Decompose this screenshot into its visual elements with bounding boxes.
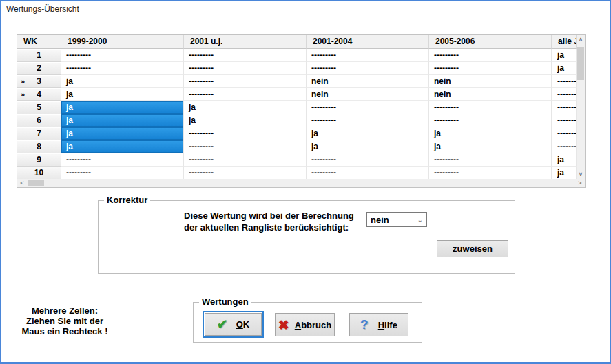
table-cell[interactable]: --------- bbox=[307, 167, 429, 180]
abbruch-button-label: Abbruch bbox=[295, 320, 331, 330]
row-marker-icon: » bbox=[21, 75, 25, 87]
horizontal-scrollbar[interactable]: < > bbox=[17, 179, 585, 187]
table-cell[interactable]: ja bbox=[184, 101, 307, 114]
check-icon: ✔ bbox=[217, 317, 228, 332]
table-cell[interactable]: nein bbox=[307, 88, 429, 101]
korrektur-description-line2: der aktuellen Rangliste berücksichtigt: bbox=[184, 222, 354, 233]
korrektur-description: Diese Wertung wird bei der Berechnung de… bbox=[184, 210, 354, 233]
table-cell[interactable]: ja bbox=[307, 127, 429, 140]
scroll-right-icon[interactable]: > bbox=[575, 179, 585, 187]
scroll-down-icon[interactable]: ∨ bbox=[577, 170, 585, 180]
row-number: 4 bbox=[37, 89, 41, 99]
wertungen-table-grid: WK1999-20002001 u.j.2001-20042005-2006al… bbox=[17, 35, 577, 180]
table-cell[interactable]: --------- bbox=[184, 88, 307, 101]
table-cell[interactable]: ja bbox=[552, 167, 577, 180]
row-number: 9 bbox=[37, 155, 41, 164]
ok-button[interactable]: ✔ OK bbox=[205, 313, 262, 336]
row-header[interactable]: 6 bbox=[17, 114, 61, 127]
korrektur-legend: Korrektur bbox=[104, 195, 150, 205]
row-number: 2 bbox=[37, 63, 41, 73]
row-header[interactable]: 5 bbox=[17, 101, 61, 114]
table-cell[interactable]: ja bbox=[307, 140, 429, 153]
table-cell[interactable]: --------- bbox=[61, 167, 184, 180]
table-cell[interactable]: ja bbox=[61, 101, 184, 114]
wertung-dropdown[interactable]: nein ⌄ bbox=[366, 212, 427, 227]
table-cell[interactable]: --------- bbox=[184, 140, 307, 153]
table-cell[interactable]: --------- bbox=[429, 153, 552, 167]
row-header[interactable]: 1 bbox=[17, 49, 61, 62]
vertical-scrollbar-thumb[interactable] bbox=[577, 47, 584, 80]
table-cell[interactable]: --------- bbox=[429, 167, 552, 180]
wertungs-uebersicht-dialog: Wertungs-Übersicht WK1999-20002001 u.j.2… bbox=[0, 0, 611, 364]
vertical-scrollbar[interactable]: ∧ ∨ bbox=[577, 35, 585, 180]
table-cell[interactable]: ja bbox=[61, 88, 184, 101]
column-header[interactable]: 2001-2004 bbox=[307, 35, 429, 49]
chevron-down-icon: ⌄ bbox=[417, 216, 426, 224]
table-cell[interactable]: --------- bbox=[552, 101, 577, 114]
abbruch-button[interactable]: ✖ Abbruch bbox=[275, 313, 335, 336]
table-cell[interactable]: ja bbox=[552, 49, 577, 62]
table-cell[interactable]: ja bbox=[429, 127, 552, 140]
table-cell[interactable]: ja bbox=[61, 75, 184, 88]
table-cell[interactable]: --------- bbox=[184, 127, 307, 140]
row-header[interactable]: 9 bbox=[17, 153, 61, 167]
row-header[interactable]: 8 bbox=[17, 140, 61, 153]
table-cell[interactable]: nein bbox=[307, 75, 429, 88]
table-cell[interactable]: --------- bbox=[184, 75, 307, 88]
row-number: 6 bbox=[37, 116, 41, 125]
table-cell[interactable]: --------- bbox=[307, 62, 429, 75]
table-cell[interactable]: --------- bbox=[184, 167, 307, 180]
table-cell[interactable]: --------- bbox=[429, 114, 552, 127]
table-cell[interactable]: --------- bbox=[429, 49, 552, 62]
table-cell[interactable]: ja bbox=[552, 62, 577, 75]
table-cell[interactable]: --------- bbox=[552, 127, 577, 140]
table-cell[interactable]: --------- bbox=[184, 49, 307, 62]
table-cell[interactable]: --------- bbox=[184, 62, 307, 75]
table-cell[interactable]: --------- bbox=[552, 140, 577, 153]
table-cell[interactable]: --------- bbox=[307, 49, 429, 62]
row-number: 10 bbox=[34, 168, 43, 178]
zuweisen-button[interactable]: zuweisen bbox=[437, 240, 508, 257]
column-header[interactable]: 2001 u.j. bbox=[184, 35, 307, 49]
table-cell[interactable]: ja bbox=[61, 114, 184, 127]
scroll-up-icon[interactable]: ∧ bbox=[577, 35, 585, 45]
column-header[interactable]: 1999-2000 bbox=[61, 35, 184, 49]
row-header[interactable]: »4 bbox=[17, 88, 61, 101]
table-cell[interactable]: --------- bbox=[61, 62, 184, 75]
row-header[interactable]: 10 bbox=[17, 167, 61, 180]
wertungen-table: WK1999-20002001 u.j.2001-20042005-2006al… bbox=[17, 34, 586, 188]
table-cell[interactable]: --------- bbox=[307, 101, 429, 114]
row-header[interactable]: 7 bbox=[17, 127, 61, 140]
table-cell[interactable]: --------- bbox=[552, 88, 577, 101]
row-header[interactable]: »3 bbox=[17, 75, 61, 88]
table-cell[interactable]: ja bbox=[184, 114, 307, 127]
ok-button-focus-ring: ✔ OK bbox=[203, 311, 264, 338]
table-cell[interactable]: --------- bbox=[429, 62, 552, 75]
table-cell[interactable]: --------- bbox=[184, 153, 307, 167]
column-header[interactable]: alle J bbox=[552, 35, 577, 49]
horizontal-scrollbar-thumb[interactable] bbox=[28, 180, 44, 186]
table-cell[interactable]: nein bbox=[429, 75, 552, 88]
table-cell[interactable]: ja bbox=[552, 153, 577, 167]
scroll-left-icon[interactable]: < bbox=[17, 179, 27, 187]
table-cell[interactable]: --------- bbox=[429, 101, 552, 114]
table-cell[interactable]: ja bbox=[61, 127, 184, 140]
table-cell[interactable]: --------- bbox=[307, 153, 429, 167]
table-cell[interactable]: nein bbox=[429, 88, 552, 101]
table-cell[interactable]: ja bbox=[61, 140, 184, 153]
table-cell[interactable]: --------- bbox=[552, 114, 577, 127]
korrektur-description-line1: Diese Wertung wird bei der Berechnung bbox=[184, 210, 354, 222]
row-marker-icon: » bbox=[21, 88, 25, 100]
table-cell[interactable]: --------- bbox=[61, 153, 184, 167]
column-header[interactable]: 2005-2006 bbox=[429, 35, 552, 49]
table-cell[interactable]: --------- bbox=[307, 114, 429, 127]
column-header[interactable]: WK bbox=[17, 35, 61, 49]
table-cell[interactable]: --------- bbox=[61, 49, 184, 62]
row-header[interactable]: 2 bbox=[17, 62, 61, 75]
row-number: 1 bbox=[37, 50, 41, 60]
hilfe-button[interactable]: ? Hilfe bbox=[349, 313, 408, 336]
hint-line2: Ziehen Sie mit der bbox=[10, 316, 120, 326]
table-cell[interactable]: --------- bbox=[552, 75, 577, 88]
table-cell[interactable]: ja bbox=[429, 140, 552, 153]
question-icon: ? bbox=[360, 317, 369, 332]
